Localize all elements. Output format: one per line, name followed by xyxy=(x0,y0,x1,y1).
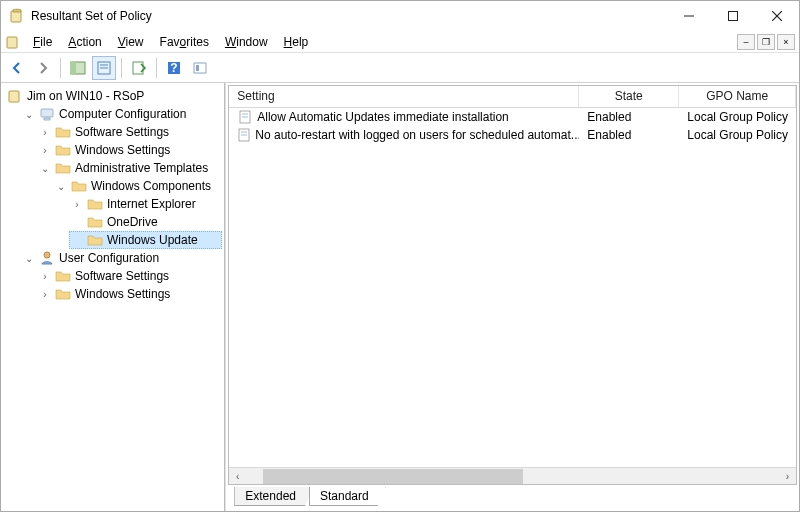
svg-rect-0 xyxy=(11,11,21,22)
mdi-minimize-button[interactable]: – xyxy=(737,34,755,50)
tree-root-label: Jim on WIN10 - RSoP xyxy=(27,89,144,103)
tree-windows-settings[interactable]: › Windows Settings xyxy=(37,141,222,159)
close-button[interactable] xyxy=(755,1,799,31)
tree-windows-components[interactable]: ⌄ Windows Components xyxy=(53,177,222,195)
tree-root[interactable]: Jim on WIN10 - RSoP xyxy=(5,87,222,105)
folder-icon xyxy=(87,232,103,248)
rsop-window: Resultant Set of Policy File Action View… xyxy=(0,0,800,512)
svg-rect-18 xyxy=(44,118,50,120)
chevron-down-icon[interactable]: ⌄ xyxy=(39,162,51,174)
list-row[interactable]: Allow Automatic Updates immediate instal… xyxy=(229,108,796,126)
folder-icon xyxy=(87,214,103,230)
svg-rect-16 xyxy=(9,91,19,102)
menu-view[interactable]: View xyxy=(110,33,152,51)
svg-rect-17 xyxy=(41,109,53,117)
horizontal-scrollbar[interactable]: ‹ › xyxy=(229,467,796,484)
chevron-down-icon[interactable]: ⌄ xyxy=(23,108,35,120)
chevron-down-icon[interactable]: ⌄ xyxy=(23,252,35,264)
svg-text:?: ? xyxy=(170,61,177,75)
export-list-button[interactable] xyxy=(127,56,151,80)
mdi-controls: – ❐ × xyxy=(735,34,795,50)
menu-file[interactable]: File xyxy=(25,33,60,51)
tree-pane[interactable]: Jim on WIN10 - RSoP ⌄ Computer Configura… xyxy=(1,83,225,511)
list-body[interactable]: Allow Automatic Updates immediate instal… xyxy=(229,108,796,467)
menubar: File Action View Favorites Window Help –… xyxy=(1,31,799,53)
folder-icon xyxy=(87,196,103,212)
scroll-right-icon[interactable]: › xyxy=(779,468,796,485)
cell-gpo: Local Group Policy xyxy=(679,109,796,125)
help-button[interactable]: ? xyxy=(162,56,186,80)
cell-setting: Allow Automatic Updates immediate instal… xyxy=(257,110,508,124)
column-gpo-name[interactable]: GPO Name xyxy=(679,86,796,107)
mdi-icon xyxy=(5,34,21,50)
scroll-thumb[interactable] xyxy=(263,469,523,484)
chevron-right-icon[interactable]: › xyxy=(71,198,83,210)
body: Jim on WIN10 - RSoP ⌄ Computer Configura… xyxy=(1,83,799,511)
settings-list: Setting State GPO Name Allow Automatic U… xyxy=(228,85,797,485)
policy-icon xyxy=(237,109,253,125)
svg-rect-15 xyxy=(196,65,199,71)
svg-rect-14 xyxy=(194,63,206,73)
svg-rect-7 xyxy=(71,62,76,74)
tab-standard[interactable]: Standard xyxy=(309,487,386,506)
cell-state: Enabled xyxy=(579,109,679,125)
folder-icon xyxy=(55,160,71,176)
cell-gpo: Local Group Policy xyxy=(679,127,796,143)
toolbar-separator-2 xyxy=(121,58,122,78)
filter-button[interactable] xyxy=(188,56,212,80)
chevron-down-icon[interactable]: ⌄ xyxy=(55,180,67,192)
properties-button[interactable] xyxy=(92,56,116,80)
tree-user-windows-settings[interactable]: › Windows Settings xyxy=(37,285,222,303)
folder-icon xyxy=(71,178,87,194)
folder-icon xyxy=(55,124,71,140)
list-header: Setting State GPO Name xyxy=(229,86,796,108)
svg-rect-2 xyxy=(729,12,738,21)
toolbar-separator-3 xyxy=(156,58,157,78)
app-icon xyxy=(9,8,25,24)
svg-point-19 xyxy=(44,252,50,258)
chevron-right-icon[interactable]: › xyxy=(39,144,51,156)
rsop-icon xyxy=(7,88,23,104)
maximize-button[interactable] xyxy=(711,1,755,31)
tree-computer-configuration[interactable]: ⌄ Computer Configuration xyxy=(21,105,222,123)
show-hide-tree-button[interactable] xyxy=(66,56,90,80)
menu-window[interactable]: Window xyxy=(217,33,276,51)
menu-help[interactable]: Help xyxy=(276,33,317,51)
svg-rect-5 xyxy=(7,37,17,48)
tree-user-configuration[interactable]: ⌄ User Configuration xyxy=(21,249,222,267)
tree-internet-explorer[interactable]: › Internet Explorer xyxy=(69,195,222,213)
cell-state: Enabled xyxy=(579,127,679,143)
back-button[interactable] xyxy=(5,56,29,80)
policy-icon xyxy=(237,127,251,143)
tree-software-settings[interactable]: › Software Settings xyxy=(37,123,222,141)
chevron-right-icon[interactable]: › xyxy=(39,270,51,282)
tree-onedrive[interactable]: OneDrive xyxy=(69,213,222,231)
mdi-restore-button[interactable]: ❐ xyxy=(757,34,775,50)
forward-button[interactable] xyxy=(31,56,55,80)
menu-favorites[interactable]: Favorites xyxy=(152,33,217,51)
tree-user-software-settings[interactable]: › Software Settings xyxy=(37,267,222,285)
cell-setting: No auto-restart with logged on users for… xyxy=(255,128,579,142)
folder-icon xyxy=(55,142,71,158)
toolbar: ? xyxy=(1,53,799,83)
minimize-button[interactable] xyxy=(667,1,711,31)
column-state[interactable]: State xyxy=(579,86,679,107)
tree-administrative-templates[interactable]: ⌄ Administrative Templates xyxy=(37,159,222,177)
user-icon xyxy=(39,250,55,266)
computer-icon xyxy=(39,106,55,122)
folder-icon xyxy=(55,268,71,284)
list-row[interactable]: No auto-restart with logged on users for… xyxy=(229,126,796,144)
chevron-right-icon[interactable]: › xyxy=(39,126,51,138)
view-tabs: Extended Standard xyxy=(228,487,797,509)
menu-action[interactable]: Action xyxy=(60,33,109,51)
titlebar: Resultant Set of Policy xyxy=(1,1,799,31)
window-title: Resultant Set of Policy xyxy=(31,9,152,23)
chevron-right-icon[interactable]: › xyxy=(39,288,51,300)
scroll-left-icon[interactable]: ‹ xyxy=(229,468,246,485)
folder-icon xyxy=(55,286,71,302)
column-setting[interactable]: Setting xyxy=(229,86,579,107)
toolbar-separator xyxy=(60,58,61,78)
tree-windows-update[interactable]: Windows Update xyxy=(69,231,222,249)
tab-extended[interactable]: Extended xyxy=(234,487,313,506)
mdi-close-button[interactable]: × xyxy=(777,34,795,50)
